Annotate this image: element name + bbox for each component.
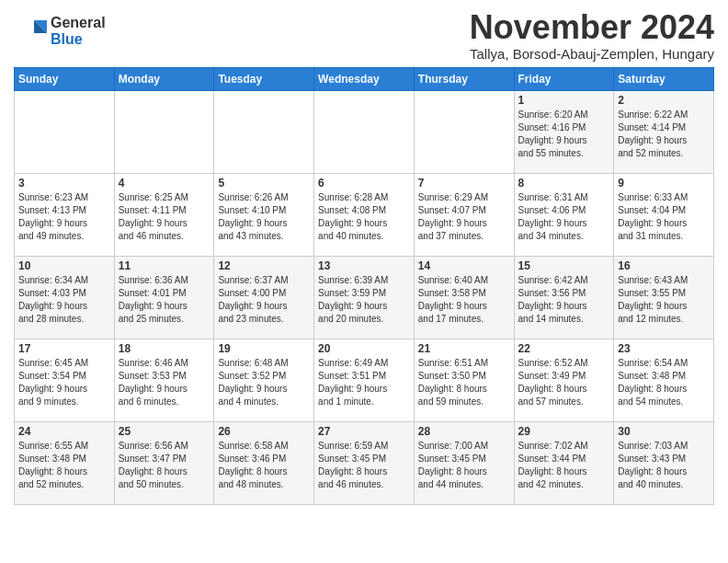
day-number: 24 [18, 425, 110, 438]
day-info: Sunrise: 6:29 AM Sunset: 4:07 PM Dayligh… [418, 191, 510, 243]
day-number: 27 [318, 425, 410, 438]
day-cell: 5Sunrise: 6:26 AM Sunset: 4:10 PM Daylig… [214, 173, 314, 256]
day-info: Sunrise: 6:45 AM Sunset: 3:54 PM Dayligh… [18, 357, 110, 408]
day-cell: 9Sunrise: 6:33 AM Sunset: 4:04 PM Daylig… [614, 173, 714, 256]
day-info: Sunrise: 6:43 AM Sunset: 3:55 PM Dayligh… [618, 274, 710, 326]
day-number: 26 [218, 425, 310, 438]
week-row-3: 17Sunrise: 6:45 AM Sunset: 3:54 PM Dayli… [15, 339, 714, 421]
day-info: Sunrise: 6:33 AM Sunset: 4:04 PM Dayligh… [618, 191, 710, 243]
day-info: Sunrise: 6:49 AM Sunset: 3:51 PM Dayligh… [318, 357, 410, 408]
day-number: 12 [218, 259, 310, 272]
day-cell [414, 90, 514, 173]
day-cell: 6Sunrise: 6:28 AM Sunset: 4:08 PM Daylig… [314, 173, 415, 256]
day-info: Sunrise: 6:28 AM Sunset: 4:08 PM Dayligh… [318, 191, 410, 243]
title-area: November 2024 Tallya, Borsod-Abauj-Zempl… [470, 9, 714, 62]
logo-text: General Blue [51, 15, 106, 47]
day-cell: 12Sunrise: 6:37 AM Sunset: 4:00 PM Dayli… [214, 256, 314, 339]
day-info: Sunrise: 6:52 AM Sunset: 3:49 PM Dayligh… [518, 357, 610, 408]
day-number: 13 [318, 259, 410, 272]
month-title: November 2024 [470, 9, 714, 46]
day-cell: 21Sunrise: 6:51 AM Sunset: 3:50 PM Dayli… [414, 339, 514, 421]
day-cell [15, 90, 115, 173]
day-info: Sunrise: 6:25 AM Sunset: 4:11 PM Dayligh… [119, 191, 210, 243]
day-info: Sunrise: 6:26 AM Sunset: 4:10 PM Dayligh… [218, 191, 310, 243]
day-cell: 10Sunrise: 6:34 AM Sunset: 4:03 PM Dayli… [15, 256, 115, 339]
day-cell: 4Sunrise: 6:25 AM Sunset: 4:11 PM Daylig… [114, 173, 214, 256]
calendar-body: 1Sunrise: 6:20 AM Sunset: 4:16 PM Daylig… [15, 90, 714, 504]
day-info: Sunrise: 6:40 AM Sunset: 3:58 PM Dayligh… [418, 274, 510, 326]
day-cell: 2Sunrise: 6:22 AM Sunset: 4:14 PM Daylig… [614, 90, 714, 173]
week-row-1: 3Sunrise: 6:23 AM Sunset: 4:13 PM Daylig… [15, 173, 714, 256]
day-cell: 1Sunrise: 6:20 AM Sunset: 4:16 PM Daylig… [514, 90, 614, 173]
day-cell: 18Sunrise: 6:46 AM Sunset: 3:53 PM Dayli… [114, 339, 214, 421]
day-info: Sunrise: 6:51 AM Sunset: 3:50 PM Dayligh… [418, 357, 510, 408]
day-number: 22 [518, 342, 610, 355]
day-number: 7 [418, 177, 510, 190]
logo-general: General [51, 15, 106, 31]
day-cell: 24Sunrise: 6:55 AM Sunset: 3:48 PM Dayli… [15, 421, 115, 504]
day-cell: 17Sunrise: 6:45 AM Sunset: 3:54 PM Dayli… [15, 339, 115, 421]
logo-icon [14, 15, 47, 48]
day-cell: 25Sunrise: 6:56 AM Sunset: 3:47 PM Dayli… [114, 421, 214, 504]
week-row-0: 1Sunrise: 6:20 AM Sunset: 4:16 PM Daylig… [15, 90, 714, 173]
day-cell: 19Sunrise: 6:48 AM Sunset: 3:52 PM Dayli… [214, 339, 314, 421]
day-number: 10 [18, 259, 110, 272]
day-cell [314, 90, 415, 173]
day-cell: 3Sunrise: 6:23 AM Sunset: 4:13 PM Daylig… [15, 173, 115, 256]
header-day-saturday: Saturday [614, 67, 714, 90]
header-row: SundayMondayTuesdayWednesdayThursdayFrid… [15, 67, 714, 90]
day-cell: 8Sunrise: 6:31 AM Sunset: 4:06 PM Daylig… [514, 173, 614, 256]
day-info: Sunrise: 6:42 AM Sunset: 3:56 PM Dayligh… [518, 274, 610, 326]
day-cell: 16Sunrise: 6:43 AM Sunset: 3:55 PM Dayli… [614, 256, 714, 339]
day-info: Sunrise: 7:03 AM Sunset: 3:43 PM Dayligh… [618, 440, 710, 491]
day-number: 8 [518, 177, 610, 190]
page: General Blue November 2024 Tallya, Borso… [0, 0, 728, 514]
day-number: 15 [518, 259, 610, 272]
day-number: 9 [618, 177, 710, 190]
day-info: Sunrise: 6:55 AM Sunset: 3:48 PM Dayligh… [18, 440, 110, 491]
day-cell: 30Sunrise: 7:03 AM Sunset: 3:43 PM Dayli… [614, 421, 714, 504]
day-cell: 28Sunrise: 7:00 AM Sunset: 3:45 PM Dayli… [414, 421, 514, 504]
day-number: 4 [119, 177, 210, 190]
calendar: SundayMondayTuesdayWednesdayThursdayFrid… [14, 67, 714, 505]
day-number: 28 [418, 425, 510, 438]
day-number: 17 [18, 342, 110, 355]
week-row-2: 10Sunrise: 6:34 AM Sunset: 4:03 PM Dayli… [15, 256, 714, 339]
day-number: 16 [618, 259, 710, 272]
day-info: Sunrise: 6:56 AM Sunset: 3:47 PM Dayligh… [119, 440, 210, 491]
day-number: 1 [518, 94, 610, 107]
day-number: 14 [418, 259, 510, 272]
day-cell: 22Sunrise: 6:52 AM Sunset: 3:49 PM Dayli… [514, 339, 614, 421]
header-day-monday: Monday [114, 67, 214, 90]
day-number: 30 [618, 425, 710, 438]
day-cell: 14Sunrise: 6:40 AM Sunset: 3:58 PM Dayli… [414, 256, 514, 339]
day-number: 25 [119, 425, 210, 438]
day-cell: 11Sunrise: 6:36 AM Sunset: 4:01 PM Dayli… [114, 256, 214, 339]
day-info: Sunrise: 6:34 AM Sunset: 4:03 PM Dayligh… [18, 274, 110, 326]
day-number: 2 [618, 94, 710, 107]
day-number: 11 [119, 259, 210, 272]
day-number: 18 [119, 342, 210, 355]
day-cell: 13Sunrise: 6:39 AM Sunset: 3:59 PM Dayli… [314, 256, 415, 339]
logo-blue: Blue [51, 31, 106, 48]
header-day-wednesday: Wednesday [314, 67, 415, 90]
header: General Blue November 2024 Tallya, Borso… [14, 9, 714, 62]
day-number: 3 [18, 177, 110, 190]
day-cell: 23Sunrise: 6:54 AM Sunset: 3:48 PM Dayli… [614, 339, 714, 421]
header-day-friday: Friday [514, 67, 614, 90]
header-day-sunday: Sunday [15, 67, 115, 90]
day-cell: 29Sunrise: 7:02 AM Sunset: 3:44 PM Dayli… [514, 421, 614, 504]
day-info: Sunrise: 6:46 AM Sunset: 3:53 PM Dayligh… [119, 357, 210, 408]
day-info: Sunrise: 6:20 AM Sunset: 4:16 PM Dayligh… [518, 109, 610, 160]
day-info: Sunrise: 6:36 AM Sunset: 4:01 PM Dayligh… [119, 274, 210, 326]
day-info: Sunrise: 6:31 AM Sunset: 4:06 PM Dayligh… [518, 191, 610, 243]
day-cell [114, 90, 214, 173]
day-cell: 20Sunrise: 6:49 AM Sunset: 3:51 PM Dayli… [314, 339, 415, 421]
day-info: Sunrise: 7:02 AM Sunset: 3:44 PM Dayligh… [518, 440, 610, 491]
day-number: 23 [618, 342, 710, 355]
day-number: 29 [518, 425, 610, 438]
subtitle: Tallya, Borsod-Abauj-Zemplen, Hungary [470, 46, 714, 62]
day-number: 5 [218, 177, 310, 190]
day-info: Sunrise: 6:59 AM Sunset: 3:45 PM Dayligh… [318, 440, 410, 491]
logo: General Blue [14, 15, 106, 48]
